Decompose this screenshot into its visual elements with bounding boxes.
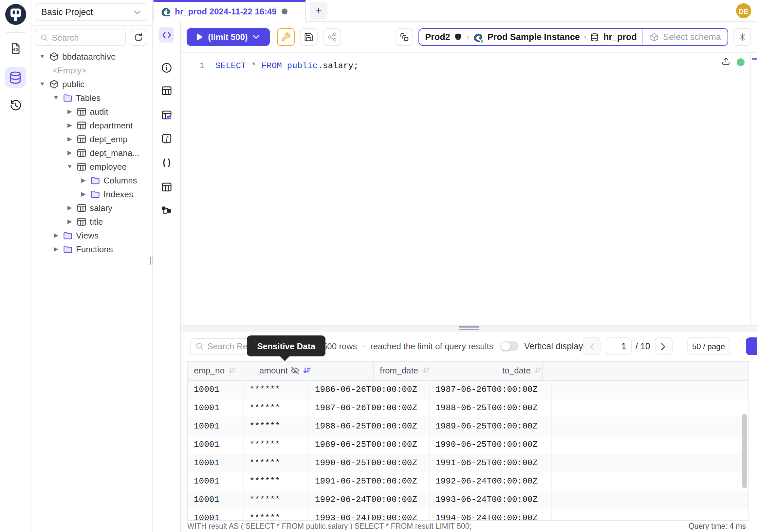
next-page-button[interactable] bbox=[655, 337, 673, 355]
sort-icon[interactable] bbox=[421, 366, 430, 375]
database-icon[interactable] bbox=[5, 67, 26, 88]
editor-minimap[interactable] bbox=[750, 53, 757, 325]
format-wrench-button[interactable] bbox=[277, 28, 295, 46]
batch-query-button[interactable] bbox=[396, 28, 413, 46]
code-editor-icon[interactable] bbox=[159, 27, 174, 43]
cell-emp-no[interactable]: 10001 bbox=[188, 454, 244, 472]
sql-editor[interactable]: 1 SELECT * FROM public.salary; bbox=[181, 53, 757, 325]
parameters-icon[interactable] bbox=[159, 155, 174, 170]
page-number-input[interactable] bbox=[606, 337, 632, 355]
cell-to-date[interactable]: 1992-06-24T00:00:00Z bbox=[430, 472, 552, 490]
prev-page-button[interactable] bbox=[583, 337, 601, 355]
select-schema-button[interactable]: Select schema bbox=[643, 29, 728, 45]
cell-from-date[interactable]: 1986-06-26T00:00:00Z bbox=[309, 380, 430, 399]
cell-emp-no[interactable]: 10001 bbox=[188, 509, 244, 521]
table-data-icon[interactable] bbox=[159, 179, 174, 195]
cell-emp-no[interactable]: 10001 bbox=[188, 435, 244, 454]
column-header[interactable]: emp_no bbox=[188, 362, 254, 380]
save-button[interactable] bbox=[300, 28, 318, 46]
cell-emp-no[interactable]: 10001 bbox=[188, 417, 244, 435]
cell-from-date[interactable]: 1989-06-25T00:00:00Z bbox=[309, 435, 430, 454]
table-scrollbar-thumb[interactable] bbox=[742, 414, 747, 488]
table-row[interactable]: 10001 ****** 1993-06-24T00:00:00Z 1994-0… bbox=[188, 509, 748, 521]
tree-item[interactable]: ▼▶ Functions bbox=[31, 242, 152, 256]
table-row[interactable]: 10001 ****** 1992-06-24T00:00:00Z 1993-0… bbox=[188, 490, 748, 509]
cell-amount[interactable]: ****** bbox=[244, 417, 309, 435]
page-size-select[interactable]: 50 / page bbox=[687, 337, 730, 355]
info-icon[interactable] bbox=[159, 60, 174, 75]
cell-emp-no[interactable]: 10001 bbox=[188, 490, 244, 509]
cell-from-date[interactable]: 1992-06-24T00:00:00Z bbox=[309, 490, 430, 509]
run-query-button[interactable]: (limit 500) bbox=[187, 28, 270, 46]
cell-amount[interactable]: ****** bbox=[244, 380, 309, 399]
table-detail-icon[interactable] bbox=[159, 82, 174, 98]
cell-to-date[interactable]: 1990-06-25T00:00:00Z bbox=[430, 435, 552, 454]
table-row[interactable]: 10001 ****** 1988-06-25T00:00:00Z 1989-0… bbox=[188, 417, 748, 435]
cell-amount[interactable]: ****** bbox=[244, 472, 309, 490]
tree-item[interactable]: ▼▶ Columns bbox=[31, 173, 152, 187]
tree-item[interactable]: ▼▶ bbdataarchive bbox=[31, 50, 152, 64]
table-row[interactable]: 10001 ****** 1991-06-25T00:00:00Z 1992-0… bbox=[188, 472, 748, 490]
schema-diagram-icon[interactable] bbox=[159, 203, 174, 218]
cell-from-date[interactable]: 1991-06-25T00:00:00Z bbox=[309, 472, 430, 490]
column-header[interactable]: amount bbox=[254, 362, 374, 380]
table-row[interactable]: 10001 ****** 1987-06-26T00:00:00Z 1988-0… bbox=[188, 399, 748, 417]
upload-icon[interactable] bbox=[722, 57, 730, 66]
tree-item[interactable]: ▼▶ department bbox=[31, 119, 152, 132]
cell-from-date[interactable]: 1993-06-24T00:00:00Z bbox=[309, 509, 430, 521]
sql-file-icon[interactable] bbox=[5, 38, 26, 59]
tree-item[interactable]: ▼▶ public bbox=[31, 77, 152, 91]
column-header[interactable]: to_date bbox=[497, 362, 543, 380]
tree-item[interactable]: ▼▶ Tables bbox=[31, 91, 152, 105]
cell-to-date[interactable]: 1989-06-25T00:00:00Z bbox=[430, 417, 552, 435]
share-button[interactable] bbox=[323, 28, 341, 46]
history-icon[interactable] bbox=[5, 95, 26, 116]
table-row[interactable]: 10001 ****** 1986-06-26T00:00:00Z 1987-0… bbox=[188, 380, 748, 399]
cell-from-date[interactable]: 1988-06-25T00:00:00Z bbox=[309, 417, 430, 435]
tree-item[interactable]: ▼▶ dept_mana... bbox=[31, 146, 152, 160]
avatar[interactable]: DE bbox=[736, 3, 751, 18]
cell-amount[interactable]: ****** bbox=[244, 454, 309, 472]
sidebar-search-input[interactable] bbox=[52, 32, 120, 42]
cell-emp-no[interactable]: 10001 bbox=[188, 472, 244, 490]
tree-item[interactable]: ▼▶ salary bbox=[31, 201, 152, 215]
cell-amount[interactable]: ****** bbox=[244, 490, 309, 509]
tree-item[interactable]: ▼▶ audit bbox=[31, 105, 152, 119]
add-tab-button[interactable]: + bbox=[310, 2, 327, 20]
table-row[interactable]: 10001 ****** 1989-06-25T00:00:00Z 1990-0… bbox=[188, 435, 748, 454]
sidebar-resize-handle[interactable] bbox=[150, 257, 155, 266]
cell-to-date[interactable]: 1987-06-26T00:00:00Z bbox=[430, 380, 552, 399]
cell-emp-no[interactable]: 10001 bbox=[188, 399, 244, 417]
tree-item[interactable]: ▼▶ <Empty> bbox=[31, 64, 152, 77]
column-header[interactable]: from_date bbox=[374, 362, 497, 380]
panel-resize-handle[interactable] bbox=[181, 325, 757, 331]
cell-to-date[interactable]: 1991-06-25T00:00:00Z bbox=[430, 454, 552, 472]
connection-selector[interactable]: Prod2 › Prod Sample Instance › hr_prod bbox=[419, 29, 643, 45]
export-button[interactable] bbox=[746, 337, 757, 355]
tree-item[interactable]: ▼▶ Indexes bbox=[31, 187, 152, 201]
cell-to-date[interactable]: 1994-06-24T00:00:00Z bbox=[430, 509, 552, 521]
refresh-button[interactable] bbox=[130, 29, 147, 46]
cell-amount[interactable]: ****** bbox=[244, 509, 309, 521]
cell-from-date[interactable]: 1990-06-25T00:00:00Z bbox=[309, 454, 430, 472]
tree-item[interactable]: ▼▶ Views bbox=[31, 229, 152, 242]
vertical-display-toggle[interactable] bbox=[500, 341, 519, 352]
sensitive-data-icon[interactable] bbox=[159, 107, 174, 122]
cell-emp-no[interactable]: 10001 bbox=[188, 380, 244, 399]
sidebar-search[interactable] bbox=[35, 29, 126, 46]
ai-assistant-button[interactable]: ✳ bbox=[733, 28, 751, 46]
sort-icon[interactable] bbox=[303, 366, 311, 375]
table-row[interactable]: 10001 ****** 1990-06-25T00:00:00Z 1991-0… bbox=[188, 454, 748, 472]
cell-amount[interactable]: ****** bbox=[244, 399, 309, 417]
tree-item[interactable]: ▼▶ dept_emp bbox=[31, 132, 152, 146]
cell-to-date[interactable]: 1988-06-25T00:00:00Z bbox=[430, 399, 552, 417]
tab-hr-prod[interactable]: hr_prod 2024-11-22 16:49 bbox=[153, 0, 306, 22]
cell-to-date[interactable]: 1993-06-24T00:00:00Z bbox=[430, 490, 552, 509]
sort-icon[interactable] bbox=[228, 366, 236, 375]
sort-icon[interactable] bbox=[534, 366, 543, 375]
cell-amount[interactable]: ****** bbox=[244, 435, 309, 454]
tree-item[interactable]: ▼▶ title bbox=[31, 215, 152, 229]
tree-item[interactable]: ▼▶ employee bbox=[31, 160, 152, 173]
cell-from-date[interactable]: 1987-06-26T00:00:00Z bbox=[309, 399, 430, 417]
project-select[interactable]: Basic Project bbox=[35, 3, 147, 21]
